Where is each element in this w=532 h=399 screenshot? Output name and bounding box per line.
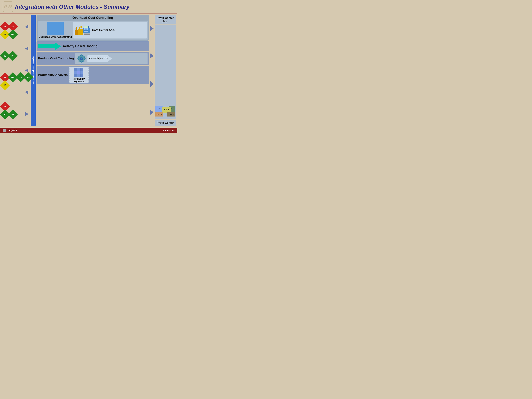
svg-rect-38 [80,68,83,71]
cost-center-section: Cost Center Acc. [73,22,147,38]
cost-obj-box: Cost Object CO [88,55,112,62]
badge-row: HR MM [1,31,23,38]
badge-row: FI MM SD PP [1,74,23,81]
svg-rect-8 [84,33,90,35]
svg-rect-31 [77,74,80,77]
footer: CO_07.4 Summaries [0,128,177,133]
svg-rect-15 [84,31,88,32]
right-arrow-3 [150,110,154,115]
badge-HR-2: HR [0,80,10,90]
cost-center-label: Cost Center Acc. [92,29,115,32]
badge-row: FI AA [1,23,23,30]
svg-rect-37 [77,68,80,71]
cost-obj-label: Cost Object CO [89,57,108,60]
ooa-section: Overhead Order Accounting [39,22,72,38]
svg-rect-0 [75,30,78,35]
center-diagram: Overhead Cost Controlling Overhead Order… [37,15,149,126]
arrow-left-4 [25,90,28,94]
svg-rect-33 [74,71,77,74]
prctr-map-inner: PrCtr PrCtr 4 PrCtr 2 PrCtr 3 PrCtr 5 [155,106,175,118]
right-arrows-column [150,15,154,126]
svg-rect-34 [77,71,80,74]
gear-icon [77,54,86,63]
right-arrow-1 [150,26,154,31]
badge-group-3: FI MM SD PP HR [1,74,23,89]
abc-arrow-icon [38,42,61,50]
arrow-left-3 [25,68,28,73]
badge-row: SD PP [1,111,23,118]
occ-panel: Overhead Cost Controlling Overhead Order… [37,15,149,41]
profit-center-label: Profit Center [156,121,175,125]
badge-row: FI [1,103,23,110]
left-badges-column: FI AA HR MM SD PP FI MM SD PP HR [1,15,23,126]
prof-seg-label: Profitability segments [70,78,88,83]
right-arrow-2 [150,53,154,58]
vertical-bar-label: Cost & Revenue Element Accounting [32,56,34,84]
svg-rect-22 [77,58,79,59]
prof-section: Profitability Analysis [37,66,149,84]
badge-group-1: FI AA HR MM [1,23,23,38]
right-arrow-down [150,81,154,88]
cube-icon [74,67,84,78]
logo-text: PW [4,4,12,10]
header: PW Integration with Other Modules - Summ… [0,0,177,13]
svg-rect-32 [80,74,83,77]
left-arrows-column [24,15,30,126]
svg-rect-21 [81,61,82,63]
vertical-bar: Cost & Revenue Element Accounting [31,15,36,126]
cost-center-icons [75,24,91,36]
prctr-3: PrCtr 3 [155,112,163,116]
ooa-icon [47,22,64,35]
svg-rect-35 [80,71,83,74]
occ-inner: Overhead Order Accounting [38,21,148,39]
svg-rect-11 [87,28,88,29]
footer-section: Summaries [162,129,175,132]
occ-title: Overhead Cost Controlling [38,16,148,20]
prctr-5: PrCtr 5 [167,112,175,116]
badge-group-2: SD PP [1,52,23,59]
profit-center-map: PrCtr PrCtr 4 PrCtr 2 PrCtr 3 PrCtr 5 [155,25,176,119]
factory-cashregister-icon [75,24,91,36]
prof-cube-area: Profitability segments [69,67,89,83]
footer-icon [3,129,6,132]
profit-center-bottom: Profit Center [155,120,176,126]
prctr-2: PrCtr 2 [162,107,171,113]
footer-left: CO_07.4 [3,129,17,132]
svg-rect-16 [84,26,88,28]
svg-rect-5 [76,27,77,28]
profit-center-acc: Profit Center Acc. [155,15,176,25]
badge-PP-1: PP [8,51,18,61]
svg-rect-20 [81,54,82,56]
page-title: Integration with Other Modules - Summary [15,4,129,10]
svg-rect-2 [78,29,83,35]
badge-row: HR [1,82,23,89]
main-content: FI AA HR MM SD PP FI MM SD PP HR [0,13,177,133]
svg-rect-30 [74,74,77,77]
pcc-section: Product Cost Controlling [37,52,149,65]
ooa-label: Overhead Order Accounting [39,35,72,38]
svg-marker-17 [38,42,61,50]
pcc-label: Product Cost Controlling [38,57,74,60]
prof-label: Profitability Analysis [38,73,68,77]
arrow-left-1 [25,25,28,29]
svg-rect-9 [84,28,85,29]
svg-rect-12 [84,29,85,30]
badge-MM-1: MM [8,29,18,39]
footer-slide-id: CO_07.4 [8,129,17,132]
badge-group-4: FI SD PP [1,103,23,118]
svg-rect-10 [85,28,87,29]
arrow-right-1 [25,112,28,116]
svg-point-29 [81,58,82,59]
svg-rect-14 [87,29,88,30]
badge-row: SD PP [1,52,23,59]
abc-section: Activity Based Costing [37,41,149,51]
svg-rect-23 [84,58,86,59]
svg-rect-4 [81,26,82,28]
logo: PW [3,1,13,12]
profit-center-acc-label: Profit Center Acc. [156,16,175,23]
abc-label: Activity Based Costing [63,44,98,48]
svg-rect-3 [79,27,80,29]
arrow-left-2 [25,46,28,51]
badge-PP-3: PP [8,109,18,119]
right-column: Profit Center Acc. PrCtr PrCtr 4 PrCtr 2… [155,15,176,126]
